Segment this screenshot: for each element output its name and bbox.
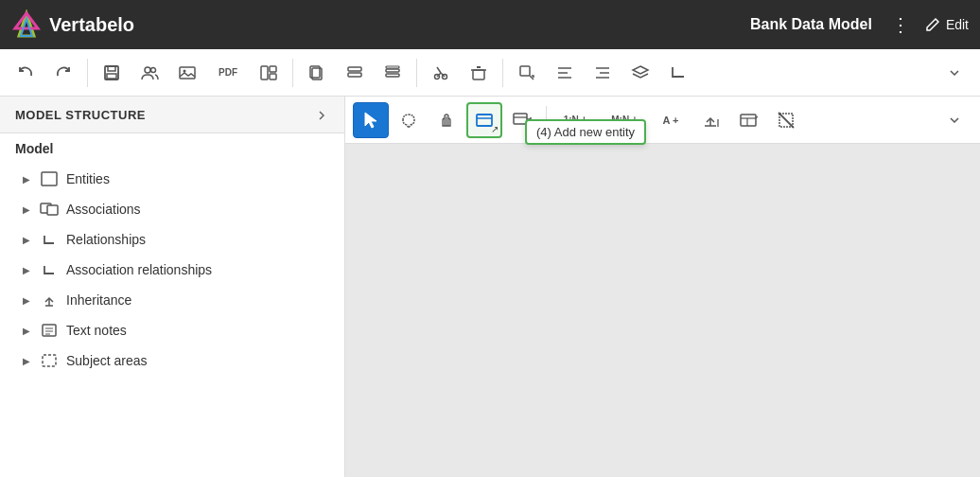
model-label: Model	[0, 133, 344, 164]
delete-button[interactable]	[461, 55, 497, 91]
sidebar-item-entities[interactable]: ▶ Entities	[0, 164, 344, 194]
svg-rect-28	[520, 66, 530, 76]
topbar-actions: ⋮ Edit	[887, 9, 969, 40]
align-right-icon	[593, 63, 612, 82]
pdf-label: PDF	[219, 67, 237, 78]
sidebar-item-association-relationships[interactable]: ▶ Association relationships	[0, 255, 344, 285]
users-icon	[140, 63, 159, 82]
layers-icon	[631, 63, 650, 82]
toolbar-more-button[interactable]	[936, 55, 972, 91]
canvas-toolbar: ↗ 1:N + M:N + A +	[345, 97, 980, 144]
svg-rect-38	[47, 205, 58, 215]
copy-icon	[307, 63, 326, 82]
add-entity-button[interactable]: ↗	[466, 102, 502, 138]
sidebar-item-subject-areas[interactable]: ▶ Subject areas	[0, 345, 344, 376]
sidebar-item-text-notes[interactable]: ▶ Text notes	[0, 315, 344, 345]
sidebar-header: MODEL STRUCTURE	[0, 97, 344, 133]
connector-icon	[669, 63, 688, 82]
sidebar-item-inheritance[interactable]: ▶ Inheritance	[0, 285, 344, 315]
undo-button[interactable]	[8, 55, 44, 91]
sidebar-item-relationships[interactable]: ▶ Relationships	[0, 224, 344, 255]
align-right-button[interactable]	[585, 55, 621, 91]
save-icon	[102, 63, 121, 82]
svg-rect-4	[108, 66, 115, 71]
image-icon	[178, 63, 197, 82]
image-button[interactable]	[169, 55, 205, 91]
expand-arrow-assoc-rel: ▶	[23, 265, 32, 275]
redo-button[interactable]	[45, 55, 81, 91]
topbar: Vertabelo Bank Data Model ⋮ Edit	[0, 0, 980, 49]
inheritance-connector-button[interactable]	[692, 102, 728, 138]
sidebar-header-title: MODEL STRUCTURE	[15, 108, 146, 122]
lasso-tool-button[interactable]	[391, 102, 427, 138]
svg-rect-25	[473, 70, 484, 80]
main-toolbar: PDF	[0, 49, 980, 97]
resize-button[interactable]	[509, 55, 545, 91]
svg-rect-47	[477, 115, 492, 126]
edit-button[interactable]: Edit	[925, 17, 969, 32]
cut-button[interactable]	[423, 55, 459, 91]
hand-tool-button[interactable]	[429, 102, 464, 138]
associations-label: Associations	[66, 202, 141, 217]
separator-3	[416, 59, 417, 87]
inherit-connector-icon	[701, 111, 720, 130]
table-icon	[739, 111, 758, 130]
svg-line-24	[437, 67, 441, 73]
stack-button[interactable]	[375, 55, 411, 91]
svg-rect-15	[348, 67, 361, 71]
sidebar: MODEL STRUCTURE Model ▶ Entities ▶ Asso	[0, 97, 345, 477]
svg-rect-18	[386, 74, 399, 77]
canvas-area: ↗ 1:N + M:N + A +	[345, 97, 980, 477]
canvas-background[interactable]	[345, 144, 980, 477]
expand-arrow-subject-areas: ▶	[23, 356, 32, 366]
expand-arrow-relationships: ▶	[23, 235, 32, 245]
resize-icon	[517, 63, 536, 82]
delete-icon	[469, 63, 488, 82]
relationships-icon	[40, 230, 59, 249]
expand-arrow-text-notes: ▶	[23, 326, 32, 336]
sidebar-collapse-button[interactable]	[314, 106, 329, 123]
chevron-down-icon	[947, 65, 962, 80]
main-layout: MODEL STRUCTURE Model ▶ Entities ▶ Asso	[0, 97, 980, 477]
layout-button[interactable]	[251, 55, 287, 91]
copy-button[interactable]	[299, 55, 335, 91]
svg-line-60	[779, 113, 794, 128]
align-left-button[interactable]	[547, 55, 583, 91]
canvas-toolbar-more[interactable]	[936, 102, 972, 138]
relationships-label: Relationships	[66, 232, 146, 247]
separator-2	[292, 59, 293, 87]
layers-button[interactable]	[622, 55, 658, 91]
annotation-button[interactable]: A +	[651, 102, 691, 138]
pdf-button[interactable]: PDF	[207, 55, 249, 91]
expand-arrow-associations: ▶	[23, 204, 32, 215]
users-button[interactable]	[131, 55, 167, 91]
lasso-icon	[399, 111, 418, 130]
association-relationships-label: Association relationships	[66, 262, 212, 277]
svg-marker-46	[365, 113, 376, 128]
chevron-down-icon-2	[948, 114, 961, 127]
layer-button[interactable]	[337, 55, 373, 91]
logo-text: Vertabelo	[49, 14, 134, 36]
redo-icon	[54, 63, 73, 82]
hand-icon	[437, 111, 456, 130]
scissors-icon	[431, 63, 450, 82]
inheritance-label: Inheritance	[66, 292, 131, 308]
connector-button[interactable]	[660, 55, 696, 91]
model-title: Bank Data Model	[750, 16, 872, 33]
entities-label: Entities	[66, 171, 110, 186]
undo-icon	[16, 63, 35, 82]
table-button[interactable]	[730, 102, 766, 138]
svg-rect-17	[386, 69, 399, 72]
svg-rect-10	[261, 66, 268, 80]
select-tool-button[interactable]	[353, 102, 389, 138]
svg-rect-19	[386, 66, 399, 68]
layer-icon	[345, 63, 364, 82]
strikethrough-button[interactable]	[768, 102, 804, 138]
svg-point-7	[151, 67, 156, 72]
layout-icon	[259, 63, 278, 82]
save-button[interactable]	[94, 55, 130, 91]
chevron-right-icon	[314, 108, 329, 123]
menu-button[interactable]: ⋮	[887, 9, 914, 40]
sidebar-item-associations[interactable]: ▶ Associations	[0, 194, 344, 224]
svg-rect-45	[43, 355, 56, 366]
